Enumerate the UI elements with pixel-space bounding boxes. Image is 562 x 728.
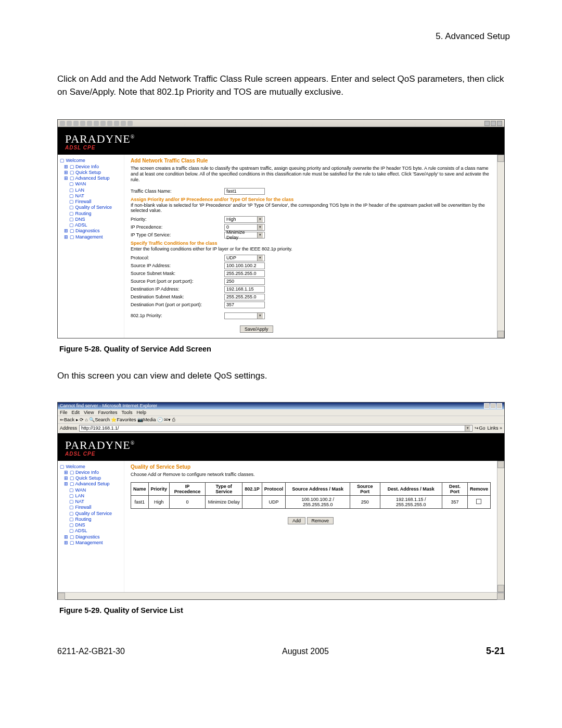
sidebar-item[interactable]: ▢ Routing — [60, 211, 122, 217]
address-input[interactable]: http://192.168.1.1/ — [79, 425, 472, 432]
sidebar-item[interactable]: ▢ Quality of Service — [60, 511, 122, 517]
chevron-down-icon[interactable] — [257, 313, 263, 319]
remove-button[interactable]: Remove — [307, 517, 334, 524]
nav-back-icon[interactable] — [60, 121, 65, 126]
history-icon[interactable] — [114, 121, 119, 126]
dest-ip-input[interactable]: 192.168.1.15 — [224, 286, 265, 293]
sidebar-item[interactable]: ⊞ ▢ Device Info — [60, 164, 122, 170]
sidebar-item[interactable]: ▢ WAN — [60, 487, 122, 493]
sidebar-item[interactable]: ⊞ ▢ Management — [60, 234, 122, 240]
sidebar-item[interactable]: ⊞ ▢ Diagnostics — [60, 534, 122, 540]
table-cell: 0 — [170, 496, 206, 509]
scroll-down-icon[interactable] — [497, 585, 504, 592]
favorites-icon[interactable] — [100, 121, 106, 126]
scroll-up-icon[interactable] — [497, 461, 504, 468]
dest-port-input[interactable]: 357 — [224, 302, 265, 308]
sidebar-item[interactable]: ▢ WAN — [60, 181, 122, 187]
scroll-right-icon[interactable] — [497, 593, 504, 600]
sidebar-item[interactable]: ⊞ ▢ Quick Setup — [60, 170, 122, 175]
vertical-scrollbar[interactable] — [497, 461, 504, 593]
chevron-down-icon[interactable] — [257, 255, 263, 261]
horizontal-scrollbar[interactable] — [58, 592, 504, 599]
stop-icon[interactable] — [73, 121, 79, 126]
menu-item[interactable]: Favorites — [98, 410, 117, 415]
scroll-up-icon[interactable] — [497, 155, 504, 162]
menu-item[interactable]: Tools — [121, 410, 132, 415]
sidebar-item[interactable]: ▢ DNS — [60, 217, 122, 222]
refresh-icon[interactable] — [80, 121, 85, 126]
window-close-icon[interactable] — [496, 403, 502, 409]
sidebar-item[interactable]: ⊞ ▢ Diagnostics — [60, 228, 122, 234]
chevron-down-icon[interactable] — [257, 232, 263, 238]
footer-date: August 2005 — [282, 647, 329, 656]
traffic-conditions-note: Enter the following conditions either fo… — [131, 246, 491, 252]
ie-menu-bar[interactable]: FileEditViewFavoritesToolsHelp — [58, 409, 504, 416]
traffic-class-name-input[interactable]: fast1 — [224, 188, 265, 195]
sidebar-item[interactable]: ⊞ ▢ Advanced Setup — [60, 175, 122, 181]
add-button[interactable]: Add — [288, 517, 305, 524]
home-icon[interactable] — [87, 121, 92, 126]
sidebar-item[interactable]: ⊞ ▢ Management — [60, 540, 122, 546]
window-maximize-icon[interactable] — [491, 121, 496, 126]
menu-item[interactable]: View — [84, 410, 94, 415]
search-icon[interactable] — [94, 121, 99, 126]
sidebar-item[interactable]: ▢ Welcome — [60, 464, 122, 470]
chevron-down-icon[interactable] — [257, 224, 263, 230]
window-minimize-icon[interactable] — [484, 403, 490, 409]
sidebar-item[interactable]: ▢ NAT — [60, 499, 122, 505]
table-cell — [467, 496, 490, 509]
print-icon[interactable] — [127, 121, 133, 126]
table-cell: 192.168.1.15 / 255.255.255.0 — [380, 496, 442, 509]
sidebar-item[interactable]: ▢ Welcome — [60, 158, 122, 164]
table-header: Protocol — [262, 483, 286, 496]
media-icon[interactable] — [107, 121, 112, 126]
assign-priority-heading: Assign Priority and/or IP Precedence and… — [131, 197, 491, 202]
sidebar-item[interactable]: ▢ DNS — [60, 522, 122, 528]
brand-logo: PARADYNE® — [65, 132, 497, 146]
menu-item[interactable]: Edit — [72, 410, 80, 415]
scroll-left-icon[interactable] — [58, 593, 65, 600]
priority-select[interactable]: High — [224, 216, 265, 223]
vertical-scrollbar[interactable] — [497, 155, 504, 337]
source-port-input[interactable]: 250 — [224, 278, 265, 285]
sidebar-item[interactable]: ▢ ADSL — [60, 222, 122, 228]
remove-checkbox[interactable] — [476, 499, 481, 504]
8021p-priority-select[interactable] — [224, 312, 265, 319]
table-header: IP Precedence — [170, 483, 206, 496]
sidebar-item[interactable]: ⊞ ▢ Advanced Setup — [60, 481, 122, 487]
sidebar-item[interactable]: ▢ LAN — [60, 493, 122, 499]
dest-mask-input[interactable]: 255.255.255.0 — [224, 294, 265, 300]
sidebar-item[interactable]: ▢ Routing — [60, 517, 122, 522]
panel-title: Quality of Service Setup — [131, 464, 491, 470]
traffic-class-name-label: Traffic Class Name: — [131, 189, 224, 194]
ip-precedence-label: IP Precedence: — [131, 224, 224, 230]
protocol-select[interactable]: UDP — [224, 255, 265, 261]
ip-tos-select[interactable]: Minimize Delay — [224, 232, 265, 239]
nav-fwd-icon[interactable] — [67, 121, 72, 126]
menu-item[interactable]: File — [60, 410, 68, 415]
chevron-down-icon[interactable] — [257, 217, 263, 222]
sidebar-item[interactable]: ▢ Firewall — [60, 505, 122, 510]
window-minimize-icon[interactable] — [484, 121, 490, 126]
table-cell: High — [148, 496, 170, 509]
ie-button-bar[interactable]: ⇐Back ▸ ⟳ ⌂ 🔍Search ⭐Favorites 📷Media 🕘 … — [58, 416, 504, 424]
sidebar-item[interactable]: ▢ LAN — [60, 187, 122, 193]
mail-icon[interactable] — [121, 121, 126, 126]
chevron-down-icon[interactable] — [465, 425, 470, 431]
sidebar-item[interactable]: ⊞ ▢ Device Info — [60, 470, 122, 475]
sidebar-item[interactable]: ▢ ADSL — [60, 528, 122, 534]
window-close-icon[interactable] — [497, 121, 502, 126]
links-button[interactable]: Links » — [487, 425, 502, 431]
sidebar-item[interactable]: ▢ Firewall — [60, 199, 122, 205]
sidebar-item[interactable]: ▢ NAT — [60, 193, 122, 199]
assign-priority-note: If non-blank value is selected for 'IP P… — [131, 203, 491, 213]
source-ip-input[interactable]: 100.100.100.2 — [224, 262, 265, 269]
menu-item[interactable]: Help — [136, 410, 146, 415]
go-button[interactable]: ↪Go — [475, 425, 485, 431]
sidebar-item[interactable]: ▢ Quality of Service — [60, 205, 122, 210]
sidebar-item[interactable]: ⊞ ▢ Quick Setup — [60, 475, 122, 481]
scroll-down-icon[interactable] — [497, 331, 504, 338]
source-mask-input[interactable]: 255.255.255.0 — [224, 270, 265, 277]
window-maximize-icon[interactable] — [490, 403, 496, 409]
save-apply-button[interactable]: Save/Apply — [240, 325, 273, 333]
